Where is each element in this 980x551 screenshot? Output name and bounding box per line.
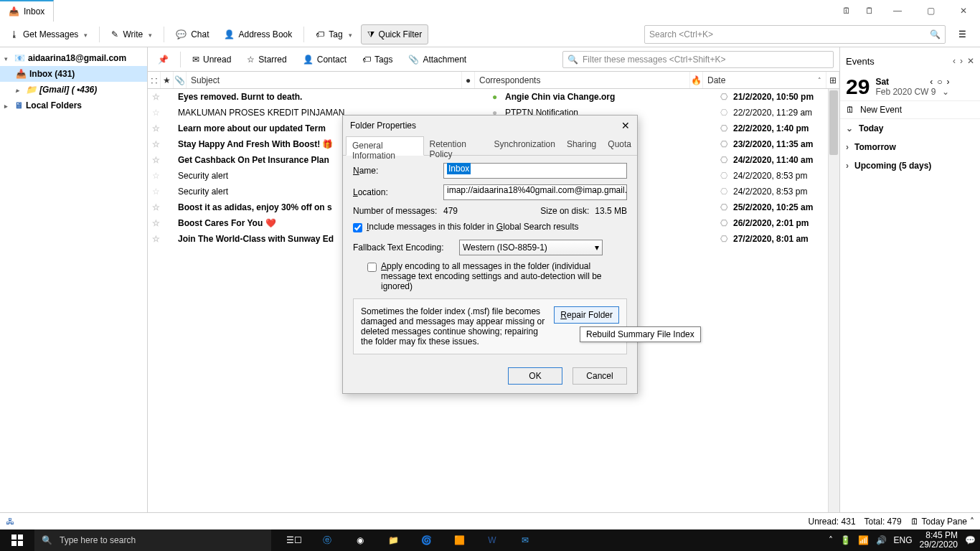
tab-quota[interactable]: Quota xyxy=(602,136,637,155)
star-toggle[interactable]: ☆ xyxy=(148,155,161,165)
window-tab-inbox[interactable]: 📥 Inbox xyxy=(0,0,54,22)
cal-today-icon[interactable]: ○ xyxy=(937,77,942,87)
unread-icon: ✉ xyxy=(192,55,199,65)
app-icon-2[interactable]: 🟧 xyxy=(443,529,475,551)
repair-folder-button[interactable]: Repair Folder xyxy=(554,306,619,324)
taskbar-clock[interactable]: 8:45 PM 29/2/2020 xyxy=(920,531,958,550)
filter-contact[interactable]: 👤Contact xyxy=(298,50,351,69)
filter-starred[interactable]: ☆Starred xyxy=(242,50,291,69)
edge-icon[interactable]: ⓔ xyxy=(311,529,343,551)
next-icon[interactable]: › xyxy=(960,56,963,66)
app-icon-1[interactable]: 🌀 xyxy=(410,529,442,551)
col-correspondents[interactable]: Correspondents xyxy=(475,72,690,88)
local-folders[interactable]: 🖥 Local Folders xyxy=(0,98,147,113)
twisty-icon[interactable] xyxy=(4,100,11,110)
message-filter-input[interactable]: 🔍 Filter these messages <Ctrl+Shift+K> xyxy=(562,51,834,68)
scrollbar[interactable] xyxy=(828,89,839,512)
col-date[interactable]: Date˄ xyxy=(703,72,826,88)
address-book-button[interactable]: 👤 Address Book xyxy=(218,24,298,44)
minimize-button[interactable]: — xyxy=(881,0,914,22)
explorer-icon[interactable]: 📁 xyxy=(377,529,409,551)
prev-icon[interactable]: ‹ xyxy=(953,56,956,66)
get-messages-button[interactable]: ⭳ Get Messages xyxy=(4,24,93,44)
start-button[interactable] xyxy=(0,529,34,551)
pin-icon: 📌 xyxy=(158,55,169,65)
star-toggle[interactable]: ☆ xyxy=(148,218,161,228)
battery-icon[interactable]: 🔋 xyxy=(840,535,851,545)
tray-chevron-up-icon[interactable]: ˄ xyxy=(829,535,833,545)
read-dot[interactable]: ● xyxy=(488,92,501,102)
filter-unread[interactable]: ✉Unread xyxy=(188,50,235,69)
write-button[interactable]: ✎ Write xyxy=(105,24,158,44)
tag-button[interactable]: 🏷 Tag xyxy=(310,24,357,44)
star-toggle[interactable]: ☆ xyxy=(148,187,161,197)
tab-sync[interactable]: Synchronization xyxy=(489,136,561,155)
star-toggle[interactable]: ☆ xyxy=(148,92,161,102)
calendar-window-icon[interactable]: 🗓 xyxy=(835,0,858,22)
thunderbird-icon[interactable]: ✉ xyxy=(509,529,541,551)
chrome-icon[interactable]: ◉ xyxy=(344,529,376,551)
star-toggle[interactable]: ☆ xyxy=(148,234,161,244)
scrollbar-thumb[interactable] xyxy=(829,90,838,155)
quick-filter-button[interactable]: ⧩ Quick Filter xyxy=(361,24,429,44)
today-pane-toggle[interactable]: 🗓Today Pane ˄ xyxy=(910,517,974,527)
mail-account-icon: 📧 xyxy=(14,53,25,63)
dialog-close-button[interactable]: ✕ xyxy=(621,120,630,131)
language-indicator[interactable]: ENG xyxy=(894,535,913,545)
col-picker[interactable]: ⊞ xyxy=(826,72,839,88)
maximize-button[interactable]: ▢ xyxy=(914,0,947,22)
taskbar-search[interactable]: 🔍 Type here to search xyxy=(34,529,271,551)
online-status-icon[interactable]: 🖧 xyxy=(6,517,14,527)
star-toggle[interactable]: ☆ xyxy=(148,202,161,212)
account-row[interactable]: 📧 aidaarina18@gmail.com xyxy=(0,50,147,66)
col-junk[interactable]: 🔥 xyxy=(690,72,703,88)
message-row[interactable]: ☆Eyes removed. Burnt to death.●Angie Chi… xyxy=(148,89,839,105)
col-thread[interactable]: ⸬ xyxy=(148,72,161,88)
star-toggle[interactable]: ☆ xyxy=(148,139,161,149)
include-global-search-checkbox[interactable] xyxy=(353,223,362,232)
tomorrow-section[interactable]: Tomorrow xyxy=(840,138,980,156)
filter-tags[interactable]: 🏷Tags xyxy=(358,50,397,69)
col-subject[interactable]: Subject xyxy=(187,72,462,88)
twisty-icon[interactable] xyxy=(16,85,23,95)
pin-filter-button[interactable]: 📌 xyxy=(154,50,173,69)
cancel-button[interactable]: Cancel xyxy=(573,367,627,385)
star-toggle[interactable]: ☆ xyxy=(148,108,161,118)
tab-general[interactable]: General Information xyxy=(346,136,424,156)
fallback-encoding-select[interactable]: Western (ISO-8859-1) ▾ xyxy=(459,240,603,255)
word-icon[interactable]: W xyxy=(476,529,508,551)
tasks-window-icon[interactable]: 🗒 xyxy=(858,0,881,22)
close-pane-icon[interactable]: ✕ xyxy=(967,56,974,66)
global-search-input[interactable]: Search <Ctrl+K> 🔍 xyxy=(644,25,946,44)
task-view-icon[interactable]: ☰☐ xyxy=(278,529,310,551)
col-attach[interactable]: 📎 xyxy=(174,72,187,88)
folder-name-input[interactable]: Inbox xyxy=(443,163,627,179)
new-event-button[interactable]: 🗓 New Event xyxy=(840,100,980,119)
twisty-icon[interactable] xyxy=(4,53,11,63)
action-center-icon[interactable]: 💬 xyxy=(965,535,976,545)
close-button[interactable]: ✕ xyxy=(947,0,980,22)
col-star[interactable]: ★ xyxy=(161,72,174,88)
inbox-folder[interactable]: 📥 Inbox (431) xyxy=(0,66,147,82)
star-toggle[interactable]: ☆ xyxy=(148,171,161,181)
folder-location-input[interactable]: imap://aidaarina18%40gmail.com@imap.gmai… xyxy=(443,184,627,200)
cal-next-icon[interactable]: › xyxy=(946,77,949,87)
upcoming-section[interactable]: Upcoming (5 days) xyxy=(840,156,980,175)
filter-placeholder: Filter these messages <Ctrl+Shift+K> xyxy=(583,55,725,65)
tag-label: Tag xyxy=(329,29,342,39)
cal-prev-icon[interactable]: ‹ xyxy=(930,77,933,87)
wifi-icon[interactable]: 📶 xyxy=(858,535,869,545)
ok-button[interactable]: OK xyxy=(508,367,562,385)
star-toggle[interactable]: ☆ xyxy=(148,123,161,133)
gmail-folder[interactable]: 📁 [Gmail] ( •436) xyxy=(0,82,147,98)
chat-button[interactable]: 💬 Chat xyxy=(170,24,215,44)
apply-encoding-checkbox[interactable] xyxy=(367,263,377,272)
today-section[interactable]: Today xyxy=(840,119,980,138)
col-read[interactable]: ● xyxy=(462,72,475,88)
filter-attachment[interactable]: 📎Attachment xyxy=(404,50,471,69)
volume-icon[interactable]: 🔊 xyxy=(876,535,887,545)
tab-retention[interactable]: Retention Policy xyxy=(424,136,489,155)
chevron-down-icon[interactable]: ⌄ xyxy=(942,87,949,97)
app-menu-button[interactable]: ☰ xyxy=(951,24,973,44)
tab-sharing[interactable]: Sharing xyxy=(561,136,602,155)
